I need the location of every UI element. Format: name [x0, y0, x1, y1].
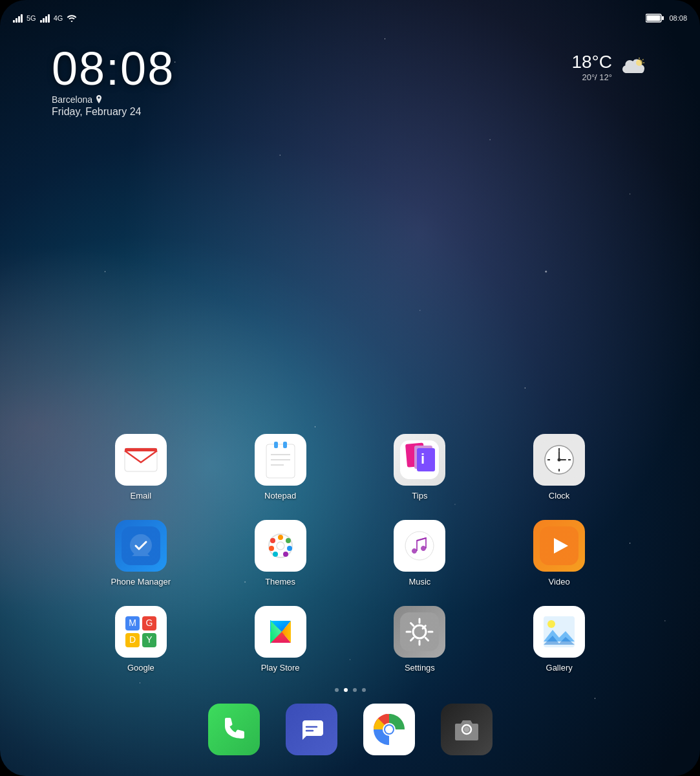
status-right: 08:08 [646, 14, 687, 23]
email-icon [115, 434, 167, 486]
svg-text:D: D [129, 634, 136, 645]
svg-rect-9 [266, 444, 295, 478]
phone-manager-label: Phone Manager [111, 577, 171, 587]
app-phone-manager[interactable]: Phone Manager [78, 520, 204, 587]
themes-icon [255, 520, 306, 572]
status-time: 08:08 [669, 14, 687, 22]
svg-rect-18 [417, 448, 435, 471]
phone-dock-icon [208, 704, 260, 755]
notepad-label: Notepad [264, 491, 296, 501]
clock-label: Clock [549, 491, 570, 501]
app-email[interactable]: Email [78, 434, 204, 501]
battery-icon [646, 14, 664, 23]
svg-rect-7 [125, 448, 157, 471]
page-dot-3[interactable] [353, 688, 357, 692]
app-video[interactable]: Video [496, 520, 622, 587]
music-label: Music [408, 577, 430, 587]
music-icon [394, 520, 445, 572]
page-indicators [335, 688, 366, 692]
svg-line-5 [642, 59, 644, 60]
clock-location: Barcelona [52, 94, 175, 105]
settings-label: Settings [405, 663, 435, 673]
svg-rect-10 [274, 442, 278, 448]
svg-point-36 [283, 552, 288, 557]
play-store-label: Play Store [261, 663, 300, 673]
app-notepad[interactable]: Notepad [217, 434, 344, 501]
chrome-dock-icon [363, 704, 415, 755]
svg-text:G: G [145, 618, 153, 628]
svg-point-33 [278, 535, 283, 540]
signal-4g-icon [40, 14, 50, 23]
svg-rect-8 [125, 448, 157, 451]
dock-phone[interactable] [208, 704, 260, 755]
svg-point-3 [636, 59, 642, 66]
gallery-icon [533, 606, 585, 658]
email-label: Email [131, 491, 152, 501]
clock-time: 08:08 [52, 45, 175, 92]
app-google[interactable]: M G D Y Google [78, 606, 204, 673]
svg-text:i: i [421, 451, 425, 467]
page-dot-1[interactable] [335, 688, 339, 692]
app-gallery[interactable]: Gallery [496, 606, 622, 673]
app-settings[interactable]: Settings [357, 606, 483, 673]
signal-5g-icon [13, 14, 23, 23]
page-dot-4[interactable] [362, 688, 366, 692]
app-music[interactable]: Music [357, 520, 483, 587]
svg-text:Y: Y [146, 634, 153, 645]
notepad-icon [255, 434, 306, 486]
play-store-icon [255, 606, 306, 658]
clock-date: Friday, February 24 [52, 106, 175, 118]
svg-point-39 [277, 542, 284, 550]
app-clock[interactable]: Clock [496, 434, 622, 501]
weather-temp: 18°C [571, 52, 612, 72]
svg-text:M: M [129, 618, 136, 628]
svg-rect-1 [647, 16, 661, 21]
phone-manager-icon [115, 520, 167, 572]
video-icon [533, 520, 585, 572]
svg-point-32 [270, 538, 275, 543]
svg-point-34 [286, 538, 291, 543]
svg-point-59 [547, 620, 555, 628]
svg-point-37 [273, 552, 278, 557]
video-label: Video [549, 577, 570, 587]
svg-point-67 [464, 727, 469, 732]
signal-4g-label: 4G [54, 14, 63, 22]
svg-point-38 [269, 546, 274, 551]
themes-label: Themes [265, 577, 295, 587]
phone-frame: 5G 4G 08:08 [0, 0, 700, 776]
signal-5g-label: 5G [27, 14, 36, 22]
clock-widget: 08:08 Barcelona Friday, February 24 [52, 45, 175, 118]
status-bar: 5G 4G 08:08 [0, 0, 700, 31]
gallery-label: Gallery [546, 663, 573, 673]
wifi-icon [67, 14, 77, 22]
dock-camera[interactable] [441, 704, 493, 755]
status-left: 5G 4G [13, 14, 77, 23]
app-play-store[interactable]: Play Store [217, 606, 344, 673]
svg-point-41 [405, 532, 434, 560]
weather-cloud-icon [620, 55, 648, 80]
camera-dock-icon [441, 704, 493, 755]
clock-icon [533, 434, 585, 486]
svg-point-65 [385, 726, 393, 733]
tips-icon: i [394, 434, 445, 486]
svg-rect-2 [662, 16, 664, 20]
app-themes[interactable]: Themes [217, 520, 344, 587]
dock-chrome[interactable] [363, 704, 415, 755]
app-grid: Email Notepad [0, 434, 700, 673]
tips-label: Tips [412, 491, 427, 501]
messages-dock-icon [286, 704, 337, 755]
dock [182, 696, 518, 763]
settings-icon [394, 606, 445, 658]
google-label: Google [127, 663, 154, 673]
weather-widget: 18°C 20°/ 12° [571, 52, 648, 82]
svg-point-35 [287, 546, 292, 551]
weather-range: 20°/ 12° [571, 72, 612, 82]
svg-point-28 [558, 458, 561, 462]
dock-messages[interactable] [286, 704, 337, 755]
svg-rect-11 [283, 442, 287, 448]
page-dot-2[interactable] [344, 688, 348, 692]
app-tips[interactable]: i Tips [357, 434, 483, 501]
google-icon: M G D Y [115, 606, 167, 658]
